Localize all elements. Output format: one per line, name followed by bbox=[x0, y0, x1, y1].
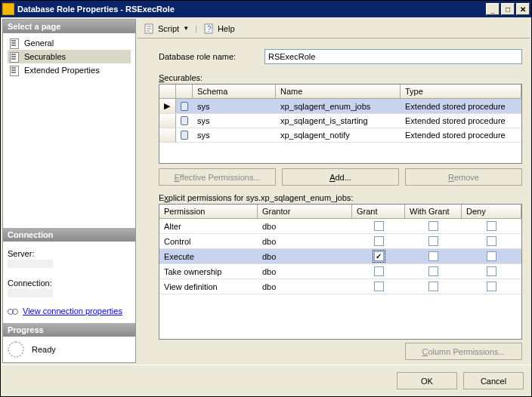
permission-cell: Take ownership bbox=[159, 264, 258, 279]
checkbox[interactable] bbox=[374, 221, 384, 231]
deny-cell bbox=[462, 219, 521, 233]
ok-button[interactable]: OK bbox=[397, 372, 457, 389]
toolbar: Script ▼ | ? Help bbox=[138, 19, 530, 38]
sidebar: Select a page General Securables Extende… bbox=[2, 19, 136, 363]
page-icon bbox=[9, 65, 21, 75]
script-icon bbox=[144, 23, 156, 35]
deny-cell bbox=[462, 249, 521, 263]
script-label: Script bbox=[158, 24, 179, 33]
schema-cell: sys bbox=[193, 128, 276, 142]
table-row[interactable]: Take ownershipdbo bbox=[159, 264, 521, 279]
checkbox[interactable] bbox=[374, 236, 384, 246]
permission-cell: Alter bbox=[159, 219, 258, 233]
dialog-window: Database Role Properties - RSExecRole _ … bbox=[0, 0, 532, 397]
securables-button-row: Effective Permissions... Add... Remove bbox=[159, 168, 522, 186]
checkbox[interactable] bbox=[428, 236, 438, 246]
maximize-button[interactable]: □ bbox=[501, 3, 515, 15]
checkbox[interactable] bbox=[428, 251, 438, 261]
close-button[interactable]: ✕ bbox=[516, 3, 530, 15]
withgrant-cell bbox=[405, 264, 462, 279]
cancel-button[interactable]: Cancel bbox=[463, 372, 524, 389]
server-label: Server: bbox=[8, 249, 131, 258]
checkbox[interactable] bbox=[374, 251, 384, 261]
window-controls: _ □ ✕ bbox=[484, 3, 530, 15]
schema-cell: sys bbox=[193, 99, 276, 113]
row-selector[interactable] bbox=[159, 128, 176, 142]
permissions-grid: Permission Grantor Grant With Grant Deny… bbox=[159, 204, 522, 340]
securable-icon bbox=[181, 116, 188, 125]
column-permissions-button[interactable]: Column Permissions... bbox=[405, 343, 522, 360]
window-title: Database Role Properties - RSExecRole bbox=[17, 5, 484, 14]
withgrant-cell bbox=[405, 249, 462, 263]
table-row[interactable]: Controldbo bbox=[159, 234, 521, 249]
name-cell: xp_sqlagent_notify bbox=[276, 128, 401, 142]
sidebar-item-general[interactable]: General bbox=[8, 36, 131, 50]
dialog-body: Select a page General Securables Extende… bbox=[1, 17, 531, 365]
grantor-cell: dbo bbox=[258, 264, 352, 279]
add-button[interactable]: Add... bbox=[282, 168, 399, 186]
securable-icon-cell bbox=[176, 114, 193, 128]
sidebar-item-label: General bbox=[24, 38, 54, 48]
table-row[interactable]: sysxp_sqlagent_notifyExtended stored pro… bbox=[159, 128, 521, 143]
table-row[interactable]: Alterdbo bbox=[159, 219, 521, 234]
checkbox[interactable] bbox=[487, 266, 496, 276]
checkbox[interactable] bbox=[374, 282, 384, 291]
checkbox[interactable] bbox=[487, 282, 496, 291]
effective-permissions-button[interactable]: Effective Permissions... bbox=[159, 168, 276, 186]
checkbox[interactable] bbox=[487, 236, 496, 246]
checkbox[interactable] bbox=[487, 251, 496, 261]
checkbox[interactable] bbox=[487, 221, 496, 231]
progress-header: Progress bbox=[3, 323, 135, 337]
permission-cell: View definition bbox=[159, 279, 258, 294]
script-button[interactable]: Script ▼ bbox=[141, 21, 192, 36]
dialog-footer: OK Cancel bbox=[1, 365, 531, 396]
grantor-header[interactable]: Grantor bbox=[258, 205, 352, 219]
sidebar-item-securables[interactable]: Securables bbox=[8, 50, 131, 63]
schema-header[interactable]: Schema bbox=[193, 85, 276, 99]
remove-button[interactable]: Remove bbox=[405, 168, 522, 186]
role-name-input[interactable] bbox=[264, 49, 522, 64]
grant-header[interactable]: Grant bbox=[352, 205, 405, 219]
sidebar-item-label: Securables bbox=[24, 52, 66, 61]
securables-header-row: Schema Name Type bbox=[159, 85, 521, 99]
type-header[interactable]: Type bbox=[401, 85, 521, 99]
checkbox[interactable] bbox=[428, 221, 438, 231]
column-permissions-row: Column Permissions... bbox=[159, 343, 522, 360]
checkbox[interactable] bbox=[428, 266, 438, 276]
table-row[interactable]: sysxp_sqlagent_is_startingExtended store… bbox=[159, 114, 521, 128]
progress-spinner-icon bbox=[8, 341, 24, 358]
row-selector[interactable] bbox=[159, 114, 176, 128]
page-icon bbox=[9, 38, 21, 48]
table-row[interactable]: Executedbo bbox=[159, 249, 521, 264]
table-row[interactable]: ▶sysxp_sqlagent_enum_jobsExtended stored… bbox=[159, 99, 521, 114]
checkbox[interactable] bbox=[374, 266, 384, 276]
securable-icon-cell bbox=[176, 99, 193, 113]
grant-cell bbox=[352, 219, 405, 233]
checkbox[interactable] bbox=[428, 282, 438, 291]
permission-header[interactable]: Permission bbox=[159, 205, 258, 219]
name-header[interactable]: Name bbox=[276, 85, 401, 99]
sidebar-item-extended-properties[interactable]: Extended Properties bbox=[8, 63, 131, 77]
grant-cell bbox=[352, 264, 405, 279]
main-panel: Script ▼ | ? Help Database role name: Se… bbox=[138, 19, 530, 363]
deny-header[interactable]: Deny bbox=[462, 205, 521, 219]
minimize-button[interactable]: _ bbox=[486, 3, 500, 15]
grantor-cell: dbo bbox=[258, 279, 352, 294]
securable-icon bbox=[181, 131, 188, 140]
grant-cell bbox=[352, 249, 405, 263]
withgrant-cell bbox=[405, 279, 462, 294]
deny-cell bbox=[462, 264, 521, 279]
table-row[interactable]: View definitiondbo bbox=[159, 279, 521, 294]
securable-icon bbox=[181, 102, 188, 111]
securables-label: Securables: bbox=[159, 73, 522, 82]
view-connection-properties-link[interactable]: View connection properties bbox=[8, 306, 131, 315]
help-button[interactable]: ? Help bbox=[200, 21, 238, 36]
withgrant-header[interactable]: With Grant bbox=[405, 205, 462, 219]
link-label: View connection properties bbox=[23, 306, 122, 315]
row-selector[interactable]: ▶ bbox=[159, 99, 176, 113]
role-name-row: Database role name: bbox=[159, 49, 522, 64]
connection-label: Connection: bbox=[8, 279, 131, 288]
help-icon: ? bbox=[203, 23, 215, 35]
grantor-cell: dbo bbox=[258, 249, 352, 263]
connection-section: Server: Connection: View connection prop… bbox=[3, 242, 135, 323]
